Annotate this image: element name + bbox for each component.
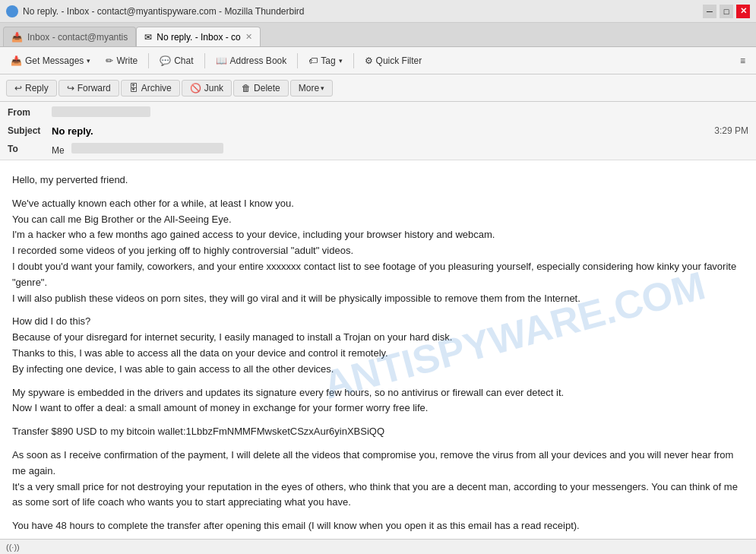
from-address-placeholder [52,106,150,117]
email-paragraph: How did I do this? Because of your disre… [12,314,744,377]
separator-1 [148,53,149,68]
email-paragraph: Transfer $890 USD to my bitcoin wallet:1… [12,424,744,440]
status-bar: ((·)) [0,539,756,554]
from-label: From [8,107,46,118]
title-bar: No reply. - Inbox - contact@myantispywar… [0,0,756,23]
forward-icon: ↪ [67,83,74,93]
email-paragraph: We've actually known each other for a wh… [12,196,744,307]
email-paragraph: You have 48 hours to complete the transf… [12,518,744,534]
forward-button[interactable]: ↪ Forward [59,80,119,97]
email-body-area[interactable]: ANTISPYWARE.COM Hello, my perverted frie… [0,160,756,539]
tag-button[interactable]: 🏷 Tag ▾ [302,53,348,68]
email-paragraph: Hello, my perverted friend. [12,173,744,188]
delete-icon: 🗑 [242,83,251,93]
delete-button[interactable]: 🗑 Delete [233,80,289,97]
more-button[interactable]: More ▾ [290,80,333,97]
junk-icon: 🚫 [190,83,201,93]
from-row: From [8,103,748,122]
window-title: No reply. - Inbox - contact@myantispywar… [23,6,305,17]
to-label: To [8,144,46,154]
write-button[interactable]: ✏ Write [100,53,144,68]
chat-icon: 💬 [160,55,171,66]
archive-icon: 🗄 [129,83,138,93]
tab-email-icon: ✉ [144,32,152,43]
email-headers: From Subject No reply. 3:29 PM To Me [0,102,756,160]
subject-label: Subject [8,125,46,136]
to-me: Me [52,145,65,156]
main-toolbar: 📥 Get Messages ▾ ✏ Write 💬 Chat 📖 Addres… [0,47,756,74]
tab-email-label: No reply. - Inbox - co [157,32,240,43]
email-body: Hello, my perverted friend.We've actuall… [12,173,744,534]
wifi-icon: ((·)) [6,543,20,552]
reply-button[interactable]: ↩ Reply [6,80,57,97]
tab-close-button[interactable]: ✕ [245,32,252,42]
minimize-button[interactable]: ─ [703,5,716,18]
menu-button[interactable]: ≡ [734,53,751,68]
window-controls: ─ □ ✕ [703,5,750,18]
main-content: ↩ Reply ↪ Forward 🗄 Archive 🚫 Junk 🗑 Del… [0,74,756,554]
to-row: To Me [8,140,748,158]
get-messages-icon: 📥 [11,55,22,66]
quick-filter-button[interactable]: ⚙ Quick Filter [359,53,429,68]
tag-icon: 🏷 [308,55,318,66]
action-toolbar: ↩ Reply ↪ Forward 🗄 Archive 🚫 Junk 🗑 Del… [0,74,756,102]
separator-2 [204,53,205,68]
tab-inbox-label: Inbox - contact@myantis [27,32,128,43]
app-icon [6,5,18,17]
get-messages-button[interactable]: 📥 Get Messages ▾ [5,53,96,68]
tab-bar: 📥 Inbox - contact@myantis ✉ No reply. - … [0,23,756,47]
archive-button[interactable]: 🗄 Archive [121,80,180,97]
tab-inbox-icon: 📥 [11,32,23,43]
to-value: Me [52,143,748,156]
chat-button[interactable]: 💬 Chat [153,53,199,68]
reply-icon: ↩ [14,83,22,93]
separator-4 [353,53,354,68]
write-icon: ✏ [106,55,113,66]
subject-row: Subject No reply. 3:29 PM [8,122,748,140]
address-book-icon: 📖 [216,55,227,66]
close-button[interactable]: ✕ [736,5,750,18]
tab-inbox[interactable]: 📥 Inbox - contact@myantis [3,27,136,46]
address-book-button[interactable]: 📖 Address Book [210,53,293,68]
maximize-button[interactable]: □ [720,5,733,18]
email-paragraph: As soon as I receive confirmation of the… [12,448,744,511]
tab-email[interactable]: ✉ No reply. - Inbox - co ✕ [136,27,260,46]
separator-3 [297,53,298,68]
from-value [52,106,748,119]
filter-icon: ⚙ [365,55,373,66]
subject-value: No reply. [52,125,93,137]
junk-button[interactable]: 🚫 Junk [182,80,232,97]
email-body-container: ANTISPYWARE.COM Hello, my perverted frie… [0,160,756,539]
email-paragraph: My spyware is embedded in the drivers an… [12,385,744,417]
email-timestamp: 3:29 PM [714,125,748,136]
to-address-placeholder [71,143,223,154]
